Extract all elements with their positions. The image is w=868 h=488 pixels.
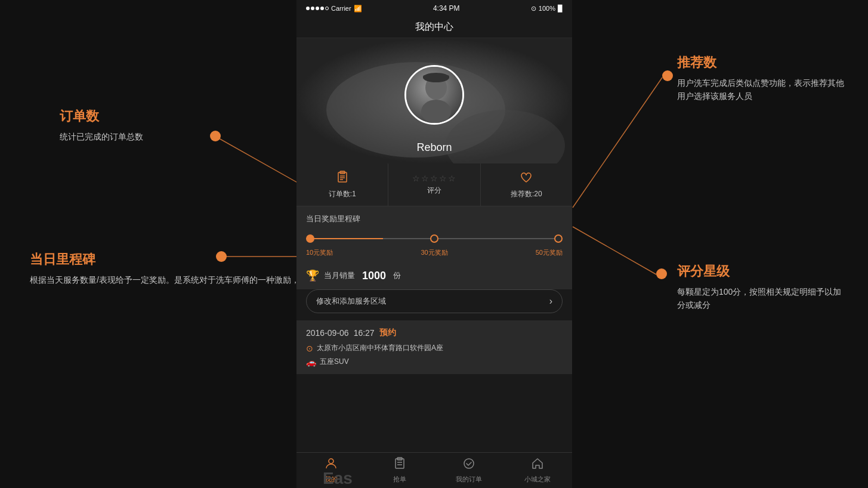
tab-home-icon [531, 457, 544, 473]
order-car-type: 五座SUV [320, 357, 349, 367]
recommend-label: 推荐数:20 [511, 189, 542, 199]
milestone-label-3: 50元奖励 [536, 248, 563, 257]
signal-dot-5 [325, 7, 329, 10]
signal-dot-2 [311, 7, 314, 10]
stars-row: ☆ ☆ ☆ ☆ ☆ [412, 174, 456, 183]
annotation-recommend-desc: 用户洗车完成后类似点赞功能，表示推荐其他用户选择该服务人员 [677, 76, 844, 103]
recommend-icon [520, 171, 533, 187]
trophy-icon: 🏆 [306, 269, 319, 282]
sales-unit: 份 [393, 270, 401, 281]
annotation-recommend-title: 推荐数 [677, 54, 844, 72]
location-icon: ⊙ [531, 5, 536, 13]
carrier-label: Carrier [331, 5, 351, 12]
stat-orders[interactable]: 订单数:1 [296, 163, 388, 206]
annotation-recommend: 推荐数 用户洗车完成后类似点赞功能，表示推荐其他用户选择该服务人员 [677, 54, 844, 103]
signal-dot-4 [320, 7, 324, 10]
annotation-order-title: 订单数 [60, 107, 143, 125]
tab-home[interactable]: 小城之家 [503, 453, 573, 488]
svg-point-11 [421, 100, 451, 123]
chevron-right-icon: › [549, 296, 552, 307]
nav-title: 我的中心 [415, 21, 453, 33]
stat-rating[interactable]: ☆ ☆ ☆ ☆ ☆ 评分 [388, 163, 480, 206]
battery-label: 100% [539, 5, 555, 12]
milestone-track [306, 231, 563, 246]
profile-avatar [404, 65, 464, 125]
order-address: 太原市小店区南中环体育路口软件园A座 [317, 343, 443, 353]
car-icon: 🚗 [306, 357, 316, 367]
milestone-labels: 10元奖励 30元奖励 50元奖励 [306, 248, 563, 257]
star-1: ☆ [412, 174, 420, 183]
milestone-points [306, 234, 563, 243]
stat-recommend[interactable]: 推荐数:20 [481, 163, 572, 206]
sales-row: 🏆 当月销量 1000 份 [296, 264, 572, 289]
profile-name: Reborn [416, 141, 452, 154]
tab-grab-label: 抢单 [393, 475, 406, 484]
milestone-section: 当日奖励里程碑 10元奖励 30元奖励 50元奖励 [296, 206, 572, 264]
status-right: ⊙ 100% ▉ [531, 5, 563, 13]
milestone-dot [216, 251, 227, 262]
svg-line-3 [573, 227, 656, 274]
annotation-rating-title: 评分星级 [677, 262, 844, 280]
wifi-icon: 📶 [354, 5, 362, 13]
order-status: 预约 [379, 328, 396, 338]
nav-bar: 我的中心 [296, 17, 572, 38]
order-car: 🚗 五座SUV [306, 357, 563, 367]
sales-prefix: 当月销量 [324, 270, 355, 281]
status-bar: Carrier 📶 4:34 PM ⊙ 100% ▉ [296, 0, 572, 17]
tab-grab-icon [393, 457, 406, 473]
signal-dots [306, 7, 329, 10]
rating-dot [656, 268, 667, 279]
orders-label: 订单数:1 [329, 189, 356, 199]
order-location: ⊙ 太原市小店区南中环体育路口软件园A座 [306, 343, 563, 353]
star-4: ☆ [439, 174, 447, 183]
profile-section: Reborn [296, 38, 572, 163]
stats-row[interactable]: 订单数:1 ☆ ☆ ☆ ☆ ☆ 评分 推荐数:20 [296, 163, 572, 206]
annotation-order-count: 订单数 统计已完成的订单总数 [60, 107, 143, 143]
location-pin-icon: ⊙ [306, 344, 313, 353]
battery-icon: ▉ [558, 5, 563, 13]
tab-orders[interactable]: 我的订单 [434, 453, 503, 488]
tab-home-label: 小城之家 [524, 475, 551, 484]
tab-grab[interactable]: 抢单 [366, 453, 435, 488]
tab-orders-label: 我的订单 [456, 475, 482, 484]
star-5: ☆ [448, 174, 456, 183]
tab-orders-icon [462, 457, 475, 473]
phone-frame: Carrier 📶 4:34 PM ⊙ 100% ▉ 我的中心 [296, 0, 572, 488]
star-2: ☆ [421, 174, 429, 183]
bottom-label: Eas [323, 469, 353, 488]
status-left: Carrier 📶 [306, 5, 362, 13]
rating-label: 评分 [427, 186, 441, 196]
milestone-point-3 [554, 234, 563, 243]
recommend-dot [662, 70, 673, 81]
milestone-point-1 [306, 234, 314, 243]
annotation-rating: 评分星级 每颗星定为100分，按照相关规定明细予以加分或减分 [677, 262, 844, 312]
annotation-order-desc: 统计已完成的订单总数 [60, 130, 143, 143]
service-area-label: 修改和添加服务区域 [316, 296, 386, 307]
order-dot [210, 131, 221, 141]
signal-dot-1 [306, 7, 310, 10]
signal-dot-3 [316, 7, 319, 10]
orders-icon [336, 171, 349, 187]
svg-point-17 [329, 459, 333, 464]
svg-point-22 [464, 459, 474, 468]
order-header: 2016-09-06 16:27 预约 [306, 328, 563, 338]
service-area-button[interactable]: 修改和添加服务区域 › [306, 289, 563, 313]
order-date: 2016-09-06 [306, 328, 349, 338]
star-3: ☆ [430, 174, 438, 183]
order-item[interactable]: 2016-09-06 16:27 预约 ⊙ 太原市小店区南中环体育路口软件园A座… [296, 320, 572, 374]
status-time: 4:34 PM [433, 4, 460, 13]
milestone-title: 当日奖励里程碑 [306, 214, 563, 224]
svg-line-2 [573, 78, 662, 208]
annotation-rating-desc: 每颗星定为100分，按照相关规定明细予以加分或减分 [677, 285, 844, 312]
sales-count: 1000 [362, 270, 386, 282]
milestone-label-2: 30元奖励 [421, 248, 447, 257]
svg-rect-10 [423, 75, 449, 79]
milestone-label-1: 10元奖励 [306, 248, 333, 257]
milestone-point-2 [430, 234, 438, 243]
order-time: 16:27 [354, 328, 375, 338]
